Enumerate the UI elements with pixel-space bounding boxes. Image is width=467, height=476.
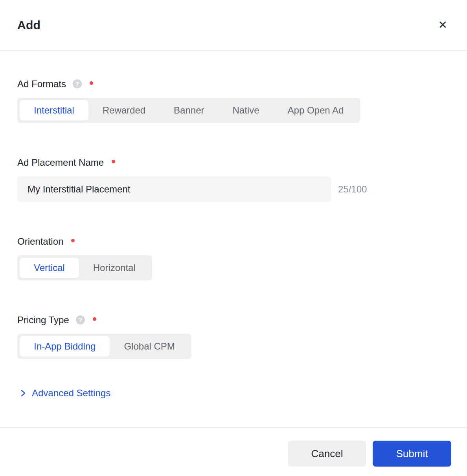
segment-native[interactable]: Native	[219, 100, 274, 121]
modal-header: Add ✕	[0, 0, 467, 51]
required-dot	[93, 317, 96, 321]
close-icon[interactable]: ✕	[437, 18, 449, 32]
segment-app-open-ad[interactable]: App Open Ad	[274, 100, 358, 121]
segment-rewarded[interactable]: Rewarded	[88, 100, 160, 121]
required-dot	[112, 160, 115, 163]
cancel-button[interactable]: Cancel	[288, 441, 366, 467]
segment-in-app-bidding[interactable]: In-App Bidding	[20, 336, 110, 357]
modal-footer: Cancel Submit	[0, 427, 467, 476]
chevron-right-icon	[20, 389, 26, 397]
orientation-label-row: Orientation	[17, 236, 450, 247]
orientation-label: Orientation	[17, 236, 63, 247]
pricing-type-field: Pricing Type ? In-App Bidding Global CPM	[17, 314, 450, 359]
orientation-segmented-control: Vertical Horizontal	[17, 255, 152, 280]
pricing-type-label: Pricing Type	[17, 314, 69, 326]
ad-placement-name-label: Ad Placement Name	[17, 157, 104, 168]
pricing-type-segmented-control: In-App Bidding Global CPM	[17, 334, 191, 359]
char-counter: 25/100	[338, 184, 367, 195]
segment-interstitial[interactable]: Interstitial	[20, 100, 88, 121]
modal-title: Add	[17, 18, 40, 32]
ad-formats-label-row: Ad Formats ?	[17, 78, 450, 90]
help-icon[interactable]: ?	[73, 79, 82, 88]
segment-global-cpm[interactable]: Global CPM	[110, 336, 189, 357]
required-dot	[71, 239, 75, 242]
orientation-field: Orientation Vertical Horizontal	[17, 236, 450, 280]
modal-body: Ad Formats ? Interstitial Rewarded Banne…	[0, 51, 467, 427]
ad-placement-name-input[interactable]	[17, 176, 331, 202]
pricing-type-label-row: Pricing Type ?	[17, 314, 450, 326]
ad-placement-name-label-row: Ad Placement Name	[17, 157, 450, 168]
ad-formats-label: Ad Formats	[17, 78, 66, 90]
ad-formats-field: Ad Formats ? Interstitial Rewarded Banne…	[17, 78, 450, 123]
required-dot	[90, 81, 93, 85]
submit-button[interactable]: Submit	[373, 441, 451, 467]
segment-vertical[interactable]: Vertical	[20, 258, 79, 278]
ad-placement-name-input-row: 25/100	[17, 176, 450, 202]
segment-horizontal[interactable]: Horizontal	[79, 258, 150, 278]
advanced-settings-label: Advanced Settings	[32, 388, 110, 399]
segment-banner[interactable]: Banner	[160, 100, 218, 121]
help-icon[interactable]: ?	[76, 315, 85, 324]
ad-placement-name-field: Ad Placement Name 25/100	[17, 157, 450, 202]
advanced-settings-link[interactable]: Advanced Settings	[20, 388, 110, 399]
add-modal: Add ✕ Ad Formats ? Interstitial Rewarded…	[0, 0, 467, 476]
ad-formats-segmented-control: Interstitial Rewarded Banner Native App …	[17, 98, 360, 123]
